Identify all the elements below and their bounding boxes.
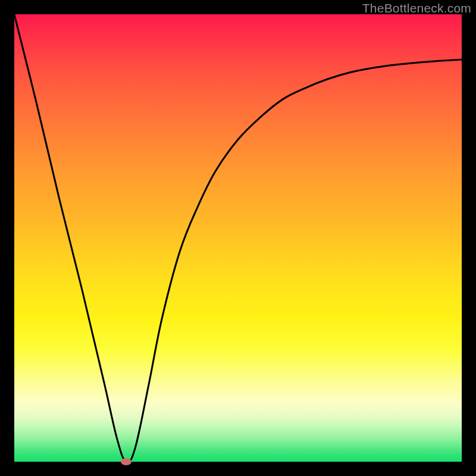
plot-area [14, 14, 462, 462]
watermark-text: TheBottleneck.com [362, 1, 471, 15]
chart-canvas: TheBottleneck.com [0, 0, 476, 476]
bottleneck-curve [14, 14, 462, 462]
optimal-point-marker [121, 458, 131, 465]
curve-svg [14, 14, 462, 462]
